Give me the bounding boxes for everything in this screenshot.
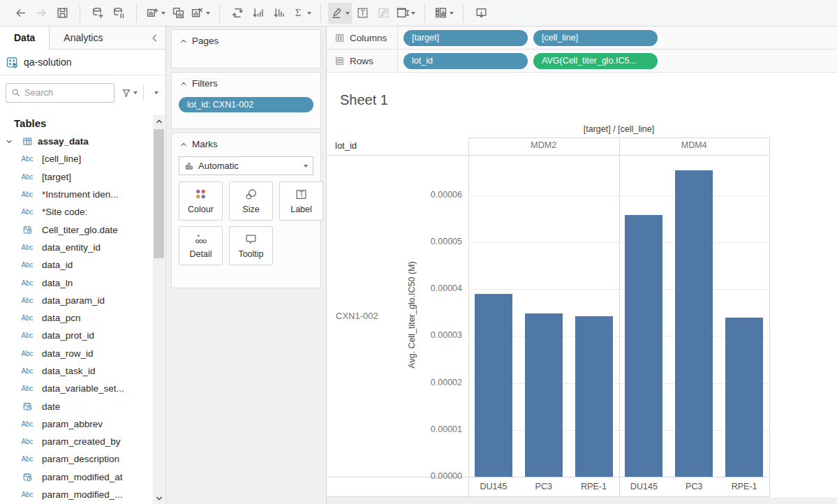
row-header-value[interactable]: CXN1-002 (336, 311, 378, 321)
swap-rows-columns-button[interactable] (227, 3, 248, 24)
bar-mark[interactable] (625, 215, 662, 477)
horizontal-scroll-area[interactable] (327, 497, 837, 504)
bar-mark[interactable] (675, 170, 713, 477)
fit-icon (396, 6, 409, 20)
scroll-up-button[interactable] (153, 115, 165, 127)
x-axis-label[interactable]: RPE-1 (570, 482, 619, 491)
mark-tooltip-button[interactable]: Tooltip (229, 226, 273, 265)
bar-mark[interactable] (525, 313, 563, 477)
annotate-button[interactable] (373, 3, 394, 24)
row-field-label[interactable]: lot_id (335, 140, 357, 151)
new-worksheet-button[interactable] (144, 3, 168, 24)
new-data-source-button[interactable] (87, 3, 108, 24)
filter-pill[interactable]: lot_id: CXN1-002 (179, 97, 313, 112)
field-item[interactable]: Abc*Instrument iden... (0, 186, 152, 203)
collapse-card-icon[interactable] (180, 38, 187, 45)
field-item[interactable]: Abcdata_entity_id (0, 239, 152, 256)
x-axis-label[interactable]: PC3 (669, 482, 718, 491)
columns-label-text: Columns (350, 33, 387, 43)
sort-descending-icon (273, 6, 286, 20)
columns-shelf-pill[interactable]: [cell_line] (533, 30, 658, 46)
back-button[interactable] (10, 3, 31, 24)
field-item[interactable]: Abcparam_description (0, 450, 152, 468)
sort-ascending-button[interactable] (248, 3, 269, 24)
field-item[interactable]: Abcdata_row_id (0, 345, 152, 362)
collapse-card-icon[interactable] (180, 80, 187, 87)
fields-scrollbar[interactable] (153, 115, 165, 504)
field-item[interactable]: Abcdata_pcn (0, 309, 152, 327)
toolbar-group (144, 3, 212, 24)
show-totals-icon: Σ (292, 6, 305, 20)
x-axis-label[interactable]: DU145 (469, 482, 518, 491)
mark-detail-button[interactable]: Detail (179, 226, 223, 265)
field-item[interactable]: Abcparam_modified_... (0, 486, 152, 503)
pause-auto-updates-button[interactable] (108, 3, 129, 24)
bar-mark[interactable] (475, 294, 512, 477)
tab-data[interactable]: Data (0, 27, 50, 50)
x-axis-label[interactable]: DU145 (619, 482, 668, 491)
show-cards-button[interactable] (432, 3, 456, 24)
toolbar-separator (424, 4, 425, 22)
bar-mark[interactable] (575, 316, 613, 477)
tab-analytics[interactable]: Analytics (50, 27, 117, 49)
expand-collapse-icon[interactable] (0, 138, 18, 145)
field-item[interactable]: Abc[cell_line] (0, 150, 152, 168)
field-item[interactable]: Abcparam_created_by (0, 433, 152, 450)
collapse-card-icon[interactable] (180, 141, 187, 148)
field-item[interactable]: param_modified_at (0, 468, 152, 486)
field-item[interactable]: Abcdata_id (0, 256, 152, 274)
mark-type-dropdown[interactable]: Automatic (179, 156, 313, 175)
mark-colour-button[interactable]: Colour (179, 181, 223, 221)
y-axis-title: Avg. Cell_titer_glo.IC50 (M) (407, 238, 417, 392)
field-item[interactable]: Abcdata_ln (0, 274, 152, 291)
clear-sheet-button[interactable] (188, 3, 212, 24)
scrollbar-thumb[interactable] (154, 129, 164, 258)
search-box[interactable] (6, 83, 114, 103)
forward-button[interactable] (31, 3, 52, 24)
columns-shelf-pill[interactable]: [target] (403, 30, 528, 46)
x-axis-label[interactable]: PC3 (519, 482, 568, 491)
column-field-label[interactable]: [target] / [cell_line] (468, 124, 769, 134)
download-button[interactable] (471, 3, 491, 24)
field-item[interactable]: Abcdata_variable_set... (0, 380, 152, 397)
mark-size-button[interactable]: Size (229, 181, 273, 221)
search-input[interactable] (24, 87, 101, 98)
show-totals-button[interactable]: Σ (290, 3, 313, 24)
duplicate-button[interactable] (168, 3, 188, 24)
highlight-button[interactable] (328, 3, 352, 24)
datetime-field-icon (18, 225, 36, 235)
pane-tabs: Data Analytics (0, 27, 165, 50)
rows-shelf-pill[interactable]: AVG(Cell_titer_glo.IC5... (533, 53, 658, 69)
field-item[interactable]: Abcparam_abbrev (0, 415, 152, 433)
x-axis-label[interactable]: RPE-1 (720, 482, 769, 491)
filter-fields-button[interactable] (121, 88, 138, 98)
table-row-assay-data[interactable]: assay_data (0, 133, 152, 150)
column-header-MDM2[interactable]: MDM2 (468, 140, 619, 150)
field-label: data_pcn (36, 313, 81, 323)
bar-mark[interactable] (725, 318, 763, 477)
fit-button[interactable] (394, 3, 417, 24)
pane-divider (769, 138, 770, 497)
field-item[interactable]: Abc*Site code: (0, 203, 152, 221)
column-header-MDM4[interactable]: MDM4 (619, 140, 770, 150)
toolbar-separator (136, 4, 137, 22)
pane-options-button[interactable] (149, 91, 161, 94)
field-item[interactable]: Abcdata_param_id (0, 292, 152, 309)
mark-label-button[interactable]: TLabel (279, 181, 323, 221)
show-mark-labels-button[interactable]: T (352, 3, 373, 24)
field-item[interactable]: Abcdata_task_id (0, 362, 152, 380)
scroll-down-button[interactable] (153, 492, 165, 504)
collapse-pane-button[interactable] (144, 27, 165, 49)
field-item[interactable]: Abc[target] (0, 168, 152, 186)
save-button[interactable] (52, 3, 73, 24)
field-item[interactable]: Abcdata_prot_id (0, 327, 152, 344)
sort-descending-button[interactable] (269, 3, 290, 24)
columns-shelf-label: Columns (327, 27, 398, 49)
field-item[interactable]: date (0, 397, 152, 415)
sheet-title: Sheet 1 (340, 92, 388, 108)
rows-shelf-pill[interactable]: lot_id (403, 53, 528, 69)
datasource-row[interactable]: qa-solution (0, 50, 165, 75)
toolbar-group (471, 3, 491, 24)
string-field-icon: Abc (18, 491, 36, 498)
field-item[interactable]: Cell_titer_glo.date (0, 221, 152, 238)
